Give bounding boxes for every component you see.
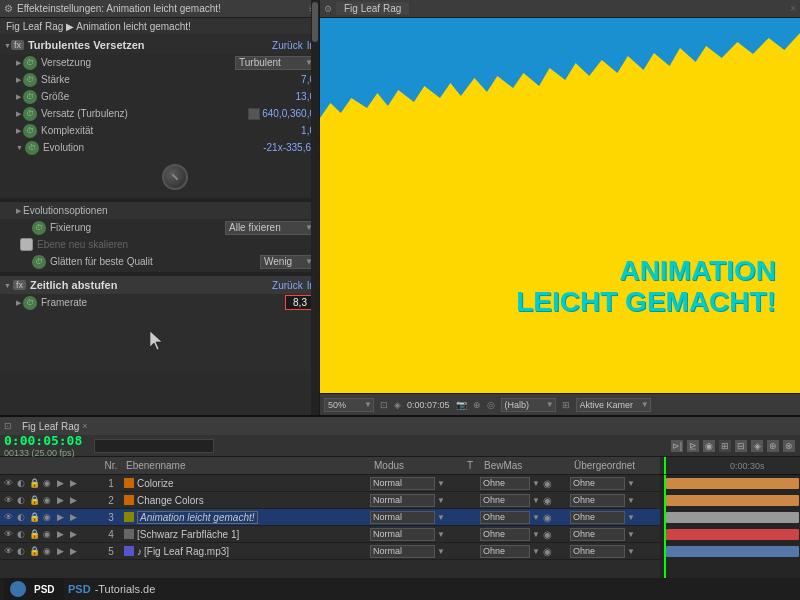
transport-btn8[interactable]: ⊗	[782, 439, 796, 453]
layer-bewmas-select-3[interactable]: Ohne	[480, 511, 530, 524]
layer-bewmas-select-4[interactable]: Ohne	[480, 528, 530, 541]
layer-shy-5[interactable]: ◉	[41, 545, 53, 557]
ebene-checkbox[interactable]	[20, 238, 33, 251]
layer-modus-select-3[interactable]: Normal	[370, 511, 435, 524]
layer-row[interactable]: 👁 ◐ 🔒 ◉ ▶ ▶ 2 Change Colors Normal ▼	[0, 492, 660, 509]
playhead-ruler[interactable]	[664, 457, 666, 474]
layer-bewmas-icon-1[interactable]: ◉	[542, 477, 554, 489]
scrollbar[interactable]	[311, 0, 319, 415]
layer-bewmas-icon-3[interactable]: ◉	[542, 511, 554, 523]
layer-expand-2[interactable]: ▶	[67, 494, 79, 506]
timeline-bar-5[interactable]	[666, 546, 799, 557]
scrollbar-thumb[interactable]	[312, 2, 318, 42]
layer-lock-4[interactable]: 🔒	[28, 528, 40, 540]
layer-uber-select-5[interactable]: Ohne	[570, 545, 625, 558]
layer-eye-2[interactable]: 👁	[2, 494, 14, 506]
expand-turbulentes-icon: ▼	[4, 42, 11, 49]
versatz-value[interactable]: 640,0,360,0	[262, 108, 315, 119]
quality-select[interactable]: (Halb)	[501, 398, 556, 412]
layer-bewmas-select-2[interactable]: Ohne	[480, 494, 530, 507]
layer-solo-5[interactable]: ◐	[15, 545, 27, 557]
layer-expand-1[interactable]: ▶	[67, 477, 79, 489]
transport-btn4[interactable]: ⊞	[718, 439, 732, 453]
layer-eye-4[interactable]: 👁	[2, 528, 14, 540]
fixierung-dropdown[interactable]: Alle fixieren	[225, 221, 315, 235]
layer-uber-select-1[interactable]: Ohne	[570, 477, 625, 490]
layer-collapse-1[interactable]: ▶	[54, 477, 66, 489]
layer-uber-select-3[interactable]: Ohne	[570, 511, 625, 524]
search-input[interactable]	[94, 439, 214, 453]
layer-bewmas-icon-5[interactable]: ◉	[542, 545, 554, 557]
layer-uber-select-2[interactable]: Ohne	[570, 494, 625, 507]
layer-modus-select-1[interactable]: Normal	[370, 477, 435, 490]
layer-modus-select-2[interactable]: Normal	[370, 494, 435, 507]
timeline-close-icon[interactable]: ×	[82, 421, 87, 431]
comp-icon1[interactable]: ⊡	[380, 400, 388, 410]
layer-eye-1[interactable]: 👁	[2, 477, 14, 489]
comp-tab[interactable]: Fig Leaf Rag	[336, 2, 409, 15]
evolutionsoptionen-row[interactable]: ▶ Evolutionsoptionen	[0, 202, 319, 219]
comp-icon2[interactable]: ◈	[394, 400, 401, 410]
layer-shy-1[interactable]: ◉	[41, 477, 53, 489]
layer-collapse-3[interactable]: ▶	[54, 511, 66, 523]
layer-modus-select-4[interactable]: Normal	[370, 528, 435, 541]
layer-collapse-2[interactable]: ▶	[54, 494, 66, 506]
layer-eye-3[interactable]: 👁	[2, 511, 14, 523]
layer-lock-2[interactable]: 🔒	[28, 494, 40, 506]
comp-close-icon[interactable]: ×	[790, 3, 796, 14]
glatten-dropdown[interactable]: Wenig	[260, 255, 315, 269]
evolution-value[interactable]: -21x-335,6°	[263, 142, 315, 153]
layer-expand-3[interactable]: ▶	[67, 511, 79, 523]
camera-control[interactable]: Aktive Kamer ▼	[576, 398, 651, 412]
layer-bewmas-select-1[interactable]: Ohne	[480, 477, 530, 490]
evolution-knob[interactable]	[162, 164, 188, 190]
layer-expand-5[interactable]: ▶	[67, 545, 79, 557]
zoom-select[interactable]: 50%	[324, 398, 374, 412]
layer-bewmas-select-5[interactable]: Ohne	[480, 545, 530, 558]
timeline-bar-2[interactable]	[666, 495, 799, 506]
turbulentes-zurück[interactable]: Zurück	[272, 40, 303, 51]
camera-select[interactable]: Aktive Kamer	[576, 398, 651, 412]
layer-row[interactable]: 👁 ◐ 🔒 ◉ ▶ ▶ 1 Colorize Normal ▼	[0, 475, 660, 492]
layer-shy-3[interactable]: ◉	[41, 511, 53, 523]
comp-icon3[interactable]: ⊕	[473, 400, 481, 410]
timeline-tab[interactable]: Fig Leaf Rag ×	[16, 420, 94, 433]
transport-btn7[interactable]: ⊕	[766, 439, 780, 453]
layer-row[interactable]: 👁 ◐ 🔒 ◉ ▶ ▶ 3 Animation leicht gemacht! …	[0, 509, 660, 526]
layer-lock-1[interactable]: 🔒	[28, 477, 40, 489]
layer-solo-3[interactable]: ◐	[15, 511, 27, 523]
transport-btn1[interactable]: ⊳|	[670, 439, 684, 453]
layer-uber-select-4[interactable]: Ohne	[570, 528, 625, 541]
zeitlich-header[interactable]: ▼ fx Zeitlich abstufen Zurück In	[0, 276, 319, 294]
timeline-bar-4[interactable]	[666, 529, 799, 540]
layer-shy-4[interactable]: ◉	[41, 528, 53, 540]
layer-bewmas-icon-4[interactable]: ◉	[542, 528, 554, 540]
layer-collapse-4[interactable]: ▶	[54, 528, 66, 540]
layer-solo-1[interactable]: ◐	[15, 477, 27, 489]
transport-btn5[interactable]: ⊟	[734, 439, 748, 453]
layer-shy-2[interactable]: ◉	[41, 494, 53, 506]
timeline-bar-3[interactable]	[666, 512, 799, 523]
transport-btn6[interactable]: ◈	[750, 439, 764, 453]
quality-control[interactable]: (Halb) ▼	[501, 398, 556, 412]
layer-row[interactable]: 👁 ◐ 🔒 ◉ ▶ ▶ 5 ♪ [Fig Leaf Rag.mp3] Norma…	[0, 543, 660, 560]
zeitlich-zurück[interactable]: Zurück	[272, 280, 303, 291]
timeline-bar-1[interactable]	[666, 478, 799, 489]
layer-expand-4[interactable]: ▶	[67, 528, 79, 540]
turbulentes-header[interactable]: ▼ fx Turbulentes Versetzen Zurück In	[0, 36, 319, 54]
transport-btn3[interactable]: ◉	[702, 439, 716, 453]
layer-row[interactable]: 👁 ◐ 🔒 ◉ ▶ ▶ 4 [Schwarz Farbfläche 1] Nor…	[0, 526, 660, 543]
layer-modus-select-5[interactable]: Normal	[370, 545, 435, 558]
layer-bewmas-icon-2[interactable]: ◉	[542, 494, 554, 506]
layer-lock-3[interactable]: 🔒	[28, 511, 40, 523]
layer-solo-4[interactable]: ◐	[15, 528, 27, 540]
layer-solo-2[interactable]: ◐	[15, 494, 27, 506]
comp-icon5[interactable]: ⊞	[562, 400, 570, 410]
layer-eye-5[interactable]: 👁	[2, 545, 14, 557]
layer-collapse-5[interactable]: ▶	[54, 545, 66, 557]
layer-lock-5[interactable]: 🔒	[28, 545, 40, 557]
zoom-control[interactable]: 50% ▼	[324, 398, 374, 412]
comp-icon4[interactable]: ◎	[487, 400, 495, 410]
transport-btn2[interactable]: ⊵	[686, 439, 700, 453]
versetzung-dropdown[interactable]: Turbulent	[235, 56, 315, 70]
